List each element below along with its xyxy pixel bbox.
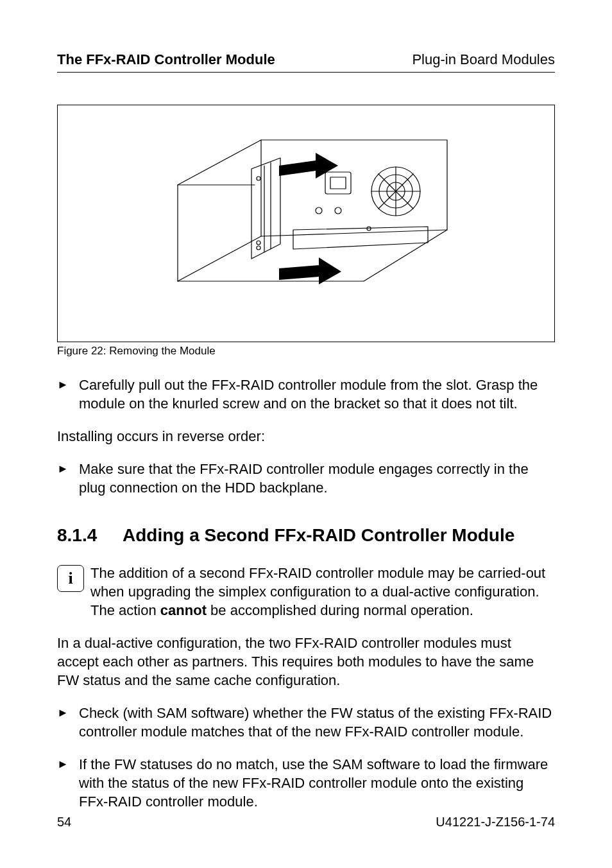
page-number: 54: [57, 815, 71, 829]
instruction-text: Make sure that the FFx-RAID controller m…: [79, 460, 555, 497]
info-text-bold: cannot: [160, 602, 207, 618]
instruction-step-3: ► Check (with SAM software) whether the …: [57, 704, 555, 741]
info-icon: i: [57, 565, 84, 592]
svg-rect-4: [330, 177, 346, 189]
svg-point-12: [316, 207, 322, 214]
instruction-step-2: ► Make sure that the FFx-RAID controller…: [57, 460, 555, 497]
header-left: The FFx-RAID Controller Module: [57, 51, 275, 68]
instruction-text: Carefully pull out the FFx-RAID controll…: [79, 376, 555, 413]
page-footer: 54 U41221-J-Z156-1-74: [57, 815, 555, 829]
page-header: The FFx-RAID Controller Module Plug-in B…: [57, 51, 555, 73]
figure-caption: Figure 22: Removing the Module: [57, 345, 555, 358]
info-text-b: be accomplished during normal operation.: [207, 602, 473, 618]
info-text: The addition of a second FFx-RAID contro…: [90, 564, 555, 620]
svg-point-1: [257, 241, 260, 245]
bullet-marker-icon: ►: [57, 755, 79, 811]
info-callout: i The addition of a second FFx-RAID cont…: [57, 564, 555, 620]
svg-rect-3: [325, 172, 351, 194]
svg-point-13: [335, 207, 341, 214]
bullet-marker-icon: ►: [57, 704, 79, 741]
section-number: 8.1.4: [57, 525, 123, 546]
body-paragraph: In a dual-active configuration, the two …: [57, 634, 555, 690]
section-title: Adding a Second FFx-RAID Controller Modu…: [123, 525, 555, 546]
svg-point-2: [257, 246, 260, 250]
svg-point-14: [367, 227, 371, 230]
instruction-text: Check (with SAM software) whether the FW…: [79, 704, 555, 741]
bullet-marker-icon: ►: [57, 460, 79, 497]
removing-module-diagram: [126, 134, 486, 313]
bullet-marker-icon: ►: [57, 376, 79, 413]
section-heading-8-1-4: 8.1.4 Adding a Second FFx-RAID Controlle…: [57, 525, 555, 546]
install-note: Installing occurs in reverse order:: [57, 427, 555, 446]
svg-point-0: [257, 177, 260, 180]
figure-22-illustration: [57, 105, 555, 342]
document-id: U41221-J-Z156-1-74: [436, 815, 555, 829]
page: The FFx-RAID Controller Module Plug-in B…: [0, 0, 612, 868]
instruction-text: If the FW statuses do no match, use the …: [79, 755, 555, 811]
header-right: Plug-in Board Modules: [412, 51, 555, 68]
instruction-step-4: ► If the FW statuses do no match, use th…: [57, 755, 555, 811]
instruction-step-1: ► Carefully pull out the FFx-RAID contro…: [57, 376, 555, 413]
